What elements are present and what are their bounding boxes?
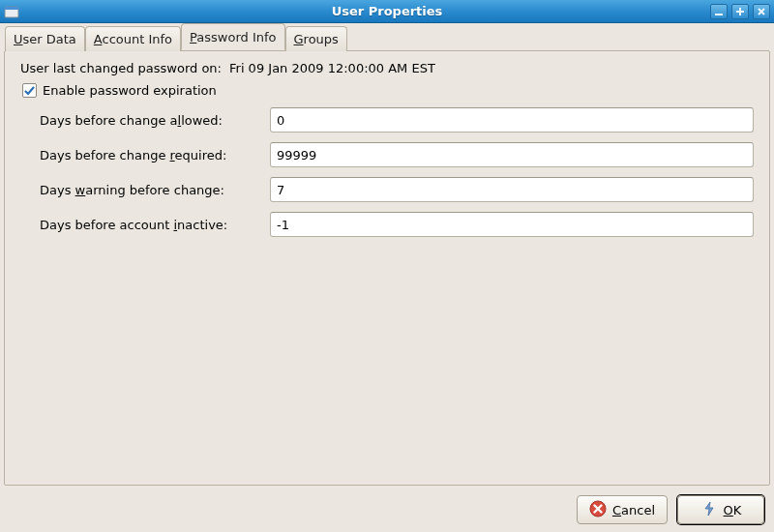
password-info-panel: User last changed password on: Fri 09 Ja… <box>4 50 770 486</box>
window-body: User Data Account Info Password Info Gro… <box>0 23 774 532</box>
close-button[interactable] <box>753 4 770 19</box>
tab-account-info[interactable]: Account Info <box>85 26 181 51</box>
tab-groups[interactable]: Groups <box>285 26 347 51</box>
expiration-fields: Days before change allowed: Days before … <box>40 107 754 237</box>
days-allowed-input[interactable] <box>270 107 754 133</box>
cancel-button[interactable]: Cancel <box>577 495 668 524</box>
days-inactive-input[interactable] <box>270 212 754 237</box>
app-icon <box>4 4 19 19</box>
tab-password-info[interactable]: Password Info <box>181 23 284 50</box>
svg-rect-4 <box>736 11 744 13</box>
ok-button[interactable]: OK <box>677 495 764 524</box>
last-changed-label: User last changed password on: <box>20 61 222 75</box>
days-warning-label: Days warning before change: <box>40 183 262 197</box>
enable-expiration-checkbox[interactable] <box>22 83 37 98</box>
days-required-input[interactable] <box>270 142 754 167</box>
days-required-label: Days before change required: <box>40 148 262 163</box>
cancel-icon <box>589 500 607 520</box>
ok-icon <box>700 500 718 520</box>
days-warning-input[interactable] <box>270 177 754 202</box>
window-buttons <box>710 4 774 19</box>
last-changed-value: Fri 09 Jan 2009 12:00:00 AM EST <box>229 61 435 75</box>
window-title: User Properties <box>0 4 774 18</box>
svg-rect-2 <box>715 14 723 15</box>
dialog-button-bar: Cancel OK <box>2 489 772 530</box>
last-changed-row: User last changed password on: Fri 09 Ja… <box>20 61 758 75</box>
minimize-button[interactable] <box>710 4 728 19</box>
enable-expiration-row[interactable]: Enable password expiration <box>22 83 758 98</box>
enable-expiration-label: Enable password expiration <box>43 83 217 98</box>
days-allowed-label: Days before change allowed: <box>40 113 262 128</box>
svg-rect-1 <box>5 7 18 10</box>
maximize-button[interactable] <box>731 4 749 19</box>
tab-user-data[interactable]: User Data <box>5 26 85 51</box>
tab-bar: User Data Account Info Password Info Gro… <box>2 25 772 50</box>
cancel-label: Cancel <box>612 503 655 517</box>
titlebar: User Properties <box>0 0 774 23</box>
ok-label: OK <box>724 503 742 517</box>
days-inactive-label: Days before account inactive: <box>40 218 262 232</box>
